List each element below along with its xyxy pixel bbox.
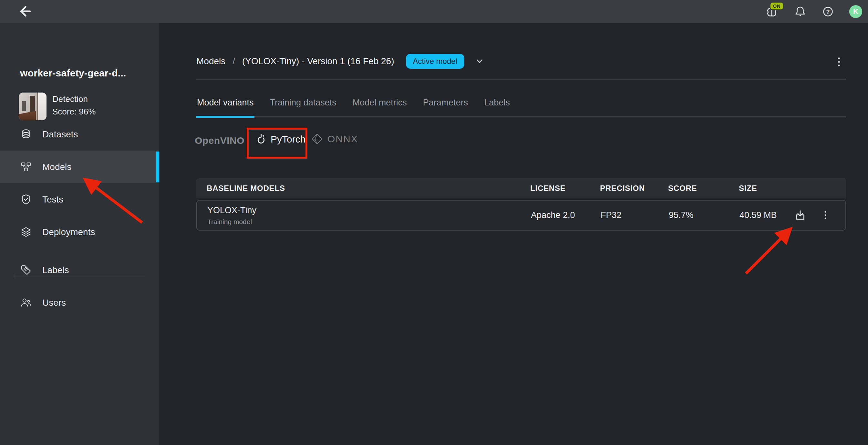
sidebar-item-datasets[interactable]: Datasets (0, 118, 159, 150)
cell-license: Apache 2.0 (531, 201, 575, 230)
models-icon (20, 161, 32, 173)
download-button[interactable] (793, 208, 807, 222)
annotation-arrow-download (746, 230, 790, 273)
table-row[interactable]: YOLOX-Tiny Training model Apache 2.0 FP3… (196, 200, 846, 231)
back-arrow-icon (17, 4, 32, 19)
avatar-initial: K (853, 7, 858, 16)
pytorch-icon (256, 133, 267, 146)
project-name: worker-safety-gear-d... (20, 68, 126, 79)
notifications-button[interactable] (794, 5, 807, 18)
tag-icon (20, 264, 32, 276)
page-menu-button[interactable] (833, 56, 845, 68)
database-icon (20, 128, 32, 140)
column-size: SIZE (739, 178, 757, 198)
shield-check-icon (20, 194, 32, 205)
project-meta: Detection Score: 96% (52, 93, 96, 118)
sidebar-item-label: Models (42, 162, 71, 172)
tab-training-datasets[interactable]: Training datasets (269, 97, 337, 118)
active-model-badge: Active model (406, 54, 464, 69)
layers-icon (20, 226, 32, 238)
back-button[interactable] (17, 4, 32, 19)
sidebar-item-deployments[interactable]: Deployments (0, 216, 159, 248)
cell-score: 95.7% (669, 201, 693, 230)
tab-labels[interactable]: Labels (484, 97, 510, 118)
column-score: SCORE (668, 178, 697, 198)
bell-icon (794, 5, 807, 18)
column-baseline-models: BASELINE MODELS (207, 178, 285, 198)
sidebar-item-label: Datasets (42, 129, 78, 140)
tab-parameters[interactable]: Parameters (423, 97, 469, 118)
onnx-icon (311, 133, 323, 145)
topbar-actions: ON ? K (765, 0, 862, 23)
help-icon: ? (822, 5, 834, 18)
tab-bar: Model variants Training datasets Model m… (196, 97, 510, 118)
framework-onnx[interactable]: ONNX (311, 133, 358, 145)
breadcrumb-models-link[interactable]: Models (196, 56, 225, 66)
header-divider (196, 79, 846, 80)
framework-pytorch-label: PyTorch (271, 134, 306, 145)
top-bar: ON ? K (0, 0, 868, 23)
sidebar-item-label: Users (42, 298, 66, 308)
ai-assistant-button[interactable]: ON (765, 4, 779, 20)
cell-precision: FP32 (600, 201, 622, 230)
sidebar-item-label: Tests (42, 195, 63, 205)
framework-onnx-label: ONNX (328, 134, 358, 144)
assistant-on-badge: ON (770, 2, 784, 10)
svg-text:?: ? (826, 9, 830, 15)
help-button[interactable]: ? (822, 5, 834, 18)
user-avatar[interactable]: K (849, 5, 862, 18)
sidebar-item-tests[interactable]: Tests (0, 183, 159, 216)
framework-openvino[interactable]: OpenVINO (195, 135, 244, 146)
table-header: BASELINE MODELS LICENSE PRECISION SCORE … (196, 178, 846, 198)
sidebar-item-models[interactable]: Models (0, 150, 159, 183)
sidebar-item-label: Labels (42, 265, 69, 275)
sidebar-item-users[interactable]: Users (0, 286, 159, 319)
chevron-down-icon[interactable] (475, 57, 485, 66)
sidebar-item-labels[interactable]: Labels (0, 254, 159, 286)
project-score: Score: 96% (52, 105, 96, 118)
column-precision: PRECISION (600, 178, 645, 198)
breadcrumb-current: (YOLOX-Tiny) - Version 1 (16 Feb 26) (242, 56, 394, 66)
row-menu-button[interactable] (819, 209, 831, 222)
project-type: Detection (52, 93, 96, 105)
users-icon (20, 297, 32, 309)
column-license: LICENSE (530, 178, 566, 198)
sidebar: worker-safety-gear-d... Detection Score:… (0, 23, 159, 445)
sidebar-item-label: Deployments (42, 227, 95, 237)
framework-pytorch[interactable]: PyTorch (256, 133, 306, 146)
cell-size: 40.59 MB (740, 201, 777, 230)
app-window: ON ? K worker-safety-gear-d... (0, 0, 868, 445)
selected-indicator (156, 151, 159, 182)
tab-model-variants[interactable]: Model variants (196, 97, 254, 118)
model-subtitle: Training model (207, 218, 252, 226)
project-thumbnail[interactable] (19, 93, 46, 120)
model-name: YOLOX-Tiny (207, 205, 256, 215)
breadcrumb-separator: / (232, 56, 235, 66)
breadcrumb: Models / (YOLOX-Tiny) - Version 1 (16 Fe… (196, 54, 485, 69)
tab-model-metrics[interactable]: Model metrics (352, 97, 407, 118)
